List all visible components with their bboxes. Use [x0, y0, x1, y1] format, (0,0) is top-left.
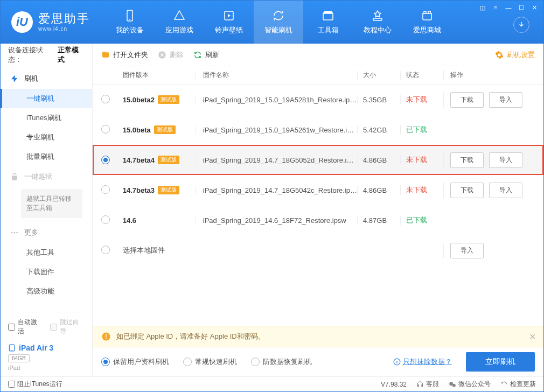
radio-icon [101, 358, 110, 366]
row-version: 14.6 [120, 216, 195, 225]
skip-guide-checkbox[interactable]: 跳过向导 [50, 318, 85, 336]
row-name: iPad_Spring_2019_14.7_18G5042c_Restore.i… [195, 186, 357, 194]
row-radio[interactable] [101, 215, 110, 224]
sidebar-item-flash-3[interactable]: 批量刷机 [1, 147, 92, 166]
flash-option-1[interactable]: 常规快速刷机 [183, 357, 237, 367]
radio-icon [251, 358, 260, 366]
firmware-row[interactable]: 15.0beta测试版iPad_Spring_2019_15.0_19A5261… [93, 115, 543, 145]
delete-button[interactable]: 删除 [158, 50, 184, 60]
row-size: 4.86GB [357, 156, 400, 164]
row-size: 5.42GB [357, 126, 400, 134]
sidebar-item-more-2[interactable]: 高级功能 [1, 282, 92, 301]
erase-link[interactable]: 只想抹除数据？ [403, 357, 452, 367]
tshirt-icon[interactable]: ◫ [477, 3, 489, 12]
firmware-row[interactable]: 15.0beta2测试版iPad_Spring_2019_15.0_19A528… [93, 85, 543, 115]
flash-option-2[interactable]: 防数据恢复刷机 [251, 357, 312, 367]
update-icon [500, 381, 508, 388]
svg-point-5 [11, 232, 13, 233]
folder-icon [101, 51, 110, 59]
nav-item-6[interactable]: 爱思商城 [402, 1, 452, 44]
menu-icon[interactable]: ≡ [490, 3, 501, 12]
update-link[interactable]: 检查更新 [500, 380, 536, 389]
flash-settings-button[interactable]: 刷机设置 [495, 50, 535, 60]
warning-bar: 如已绑定 Apple ID，请准备好 Apple ID和密码。 ✕ [93, 326, 543, 347]
maximize-icon[interactable]: ☐ [515, 3, 527, 12]
row-radio[interactable] [101, 156, 110, 164]
sidebar-item-flash-1[interactable]: iTunes刷机 [1, 108, 92, 128]
open-folder-button[interactable]: 打开文件夹 [101, 50, 148, 60]
warning-close-icon[interactable]: ✕ [529, 332, 536, 342]
row-version: 15.0beta测试版 [120, 125, 195, 134]
th-ops: 操作 [443, 71, 535, 80]
refresh-button[interactable]: 刷新 [193, 50, 219, 60]
flash-option-0[interactable]: 保留用户资料刷机 [101, 357, 169, 367]
service-link[interactable]: 客服 [416, 380, 439, 389]
svg-point-15 [452, 383, 456, 387]
nav-item-2[interactable]: 铃声壁纸 [204, 1, 254, 44]
row-radio[interactable] [101, 185, 110, 194]
svg-point-7 [16, 232, 18, 233]
nav-item-5[interactable]: 教程中心 [353, 1, 402, 44]
flash-now-button[interactable]: 立即刷机 [466, 352, 535, 372]
import-button[interactable]: 导入 [489, 92, 522, 108]
firmware-row[interactable]: 14.7beta3测试版iPad_Spring_2019_14.7_18G504… [93, 175, 543, 205]
warning-icon [101, 332, 111, 341]
wechat-link[interactable]: 微信公众号 [449, 380, 491, 389]
row-radio[interactable] [101, 95, 110, 103]
minimize-icon[interactable]: — [503, 3, 514, 12]
table-header: 固件版本 固件名称 大小 状态 操作 [93, 66, 543, 85]
import-button[interactable]: 导入 [489, 183, 522, 198]
download-button[interactable]: 下载 [450, 152, 484, 168]
version-label: V7.98.32 [381, 381, 407, 388]
beta-badge: 测试版 [154, 125, 176, 134]
window-controls: ◫ ≡ — ☐ ✕ [477, 3, 540, 12]
th-version: 固件版本 [120, 71, 195, 80]
status-label: 设备连接状态： [8, 45, 55, 65]
close-icon[interactable]: ✕ [528, 3, 540, 12]
firmware-row[interactable]: 14.6iPad_Spring_2019_14.6_18F72_Restore.… [93, 205, 543, 235]
local-firmware-label: 选择本地固件 [120, 246, 357, 255]
main: 设备连接状态： 正常模式 刷机 一键刷机iTunes刷机专业刷机批量刷机 一键越… [1, 44, 543, 376]
local-firmware-row[interactable]: 选择本地固件导入 [93, 235, 543, 265]
nav-item-3[interactable]: 智能刷机 [254, 1, 303, 44]
lock-icon [10, 172, 19, 181]
main-nav: 我的设备应用游戏铃声壁纸智能刷机工具箱教程中心爱思商城 [105, 1, 452, 44]
import-button[interactable]: 导入 [450, 243, 484, 258]
sidebar-item-more-1[interactable]: 下载固件 [1, 262, 92, 282]
svg-point-12 [106, 338, 107, 339]
nav-item-0[interactable]: 我的设备 [105, 1, 155, 44]
nav-item-4[interactable]: 工具箱 [303, 1, 353, 44]
wechat-icon [449, 381, 456, 388]
sidebar-section-flash[interactable]: 刷机 [1, 68, 92, 89]
row-status: 已下载 [400, 215, 443, 225]
sidebar-item-flash-2[interactable]: 专业刷机 [1, 128, 92, 147]
nav-item-1[interactable]: 应用游戏 [155, 1, 204, 44]
row-name: iPad_Spring_2019_14.7_18G5052d_Restore.i… [195, 156, 357, 164]
row-radio[interactable] [101, 125, 110, 134]
row-size: 5.35GB [357, 96, 400, 104]
download-circle-icon[interactable] [513, 17, 529, 33]
row-status: 未下载 [400, 185, 443, 195]
logo[interactable]: iU 爱思助手 www.i4.cn [1, 1, 100, 44]
device-name[interactable]: iPad Air 3 [8, 344, 85, 352]
svg-point-6 [14, 232, 16, 233]
jailbreak-note: 越狱工具已转移至工具箱 [21, 189, 82, 218]
row-radio[interactable] [101, 246, 110, 254]
sidebar-item-more-0[interactable]: 其他工具 [1, 243, 92, 262]
th-size: 大小 [357, 71, 400, 80]
firmware-row[interactable]: 14.7beta4测试版iPad_Spring_2019_14.7_18G505… [93, 145, 543, 175]
status-value: 正常模式 [58, 45, 85, 65]
row-version: 14.7beta4测试版 [120, 156, 195, 164]
beta-badge: 测试版 [158, 156, 179, 164]
beta-badge: 测试版 [158, 186, 179, 194]
download-button[interactable]: 下载 [450, 92, 484, 108]
row-size: 4.87GB [357, 216, 400, 225]
sidebar-section-more[interactable]: 更多 [1, 222, 92, 243]
import-button[interactable]: 导入 [489, 152, 522, 168]
sidebar-item-flash-0[interactable]: 一键刷机 [1, 89, 92, 108]
download-button[interactable]: 下载 [450, 183, 484, 198]
block-itunes-checkbox[interactable]: 阻止iTunes运行 [8, 380, 62, 389]
connection-status: 设备连接状态： 正常模式 [1, 44, 92, 66]
firmware-rows: 15.0beta2测试版iPad_Spring_2019_15.0_19A528… [93, 85, 543, 326]
auto-activate-checkbox[interactable]: 自动激活 [8, 318, 43, 336]
